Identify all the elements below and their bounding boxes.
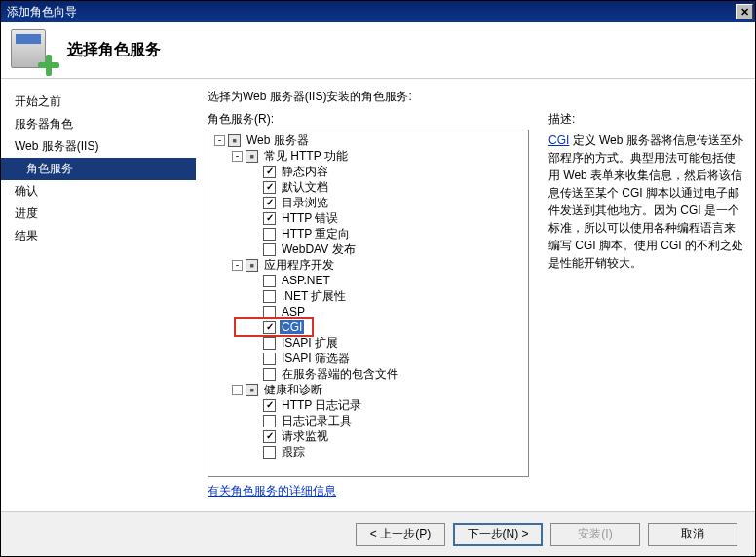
tree-node[interactable]: ISAPI 扩展 bbox=[210, 335, 526, 351]
tree-node[interactable]: HTTP 日志记录 bbox=[210, 397, 526, 413]
tree-node[interactable]: -常见 HTTP 功能 bbox=[210, 148, 526, 164]
sidebar-step[interactable]: 进度 bbox=[1, 203, 196, 225]
tree-node[interactable]: 请求监视 bbox=[210, 428, 526, 444]
tree-node-label[interactable]: 常见 HTTP 功能 bbox=[262, 148, 350, 165]
titlebar: 添加角色向导 ✕ bbox=[1, 1, 755, 22]
wizard-header: 选择角色服务 bbox=[1, 22, 755, 79]
tree-checkbox[interactable] bbox=[263, 446, 276, 459]
tree-checkbox[interactable] bbox=[263, 197, 276, 209]
tree-node-label[interactable]: 请求监视 bbox=[280, 428, 330, 445]
sidebar-step[interactable]: 开始之前 bbox=[1, 91, 196, 113]
collapse-icon[interactable]: - bbox=[232, 151, 243, 162]
instruction-text: 选择为Web 服务器(IIS)安装的角色服务: bbox=[208, 89, 743, 105]
tree-checkbox[interactable] bbox=[263, 290, 276, 303]
tree-checkbox[interactable] bbox=[246, 259, 258, 272]
tree-node[interactable]: 日志记录工具 bbox=[210, 413, 526, 428]
sidebar-step[interactable]: 角色服务 bbox=[1, 158, 196, 180]
tree-node-label[interactable]: HTTP 错误 bbox=[280, 210, 340, 227]
more-info-link[interactable]: 有关角色服务的详细信息 bbox=[208, 484, 336, 498]
tree-node-label[interactable]: ISAPI 扩展 bbox=[280, 335, 340, 352]
next-button[interactable]: 下一步(N) > bbox=[453, 523, 543, 546]
tree-node-label[interactable]: HTTP 日志记录 bbox=[280, 397, 363, 414]
description-body: CGI 定义 Web 服务器将信息传送至外部程序的方式。典型用法可能包括使用 W… bbox=[548, 131, 743, 272]
tree-node[interactable]: 静态内容 bbox=[210, 164, 526, 179]
tree-node[interactable]: -应用程序开发 bbox=[210, 257, 526, 273]
tree-checkbox[interactable] bbox=[263, 321, 276, 334]
tree-node[interactable]: CGI bbox=[210, 319, 526, 335]
tree-node[interactable]: ISAPI 筛选器 bbox=[210, 351, 526, 366]
collapse-icon[interactable]: - bbox=[232, 385, 243, 395]
tree-node[interactable]: WebDAV 发布 bbox=[210, 241, 526, 257]
tree-node-label[interactable]: WebDAV 发布 bbox=[280, 241, 358, 258]
tree-checkbox[interactable] bbox=[263, 243, 276, 256]
tree-checkbox[interactable] bbox=[228, 134, 241, 147]
tree-node[interactable]: HTTP 错误 bbox=[210, 210, 526, 226]
tree-node-label[interactable]: 默认文档 bbox=[280, 179, 330, 196]
tree-node-label[interactable]: .NET 扩展性 bbox=[280, 288, 348, 305]
window-title: 添加角色向导 bbox=[7, 4, 736, 20]
sidebar-step[interactable]: 结果 bbox=[1, 225, 196, 247]
tree-node-label[interactable]: 静态内容 bbox=[280, 164, 330, 180]
tree-node-label[interactable]: ISAPI 筛选器 bbox=[280, 351, 352, 367]
tree-checkbox[interactable] bbox=[263, 212, 276, 225]
sidebar-step[interactable]: 确认 bbox=[1, 180, 196, 203]
cancel-button[interactable]: 取消 bbox=[648, 523, 737, 546]
server-role-icon bbox=[11, 27, 57, 74]
tree-checkbox[interactable] bbox=[263, 166, 276, 178]
tree-node-label[interactable]: 跟踪 bbox=[280, 444, 307, 461]
content-columns: 角色服务(R): -Web 服务器-常见 HTTP 功能静态内容默认文档目录浏览… bbox=[208, 111, 743, 505]
wizard-footer: < 上一步(P) 下一步(N) > 安装(I) 取消 bbox=[1, 511, 755, 556]
sidebar-step[interactable]: Web 服务器(IIS) bbox=[1, 135, 196, 158]
tree-node[interactable]: ASP.NET bbox=[210, 273, 526, 288]
tree-checkbox[interactable] bbox=[263, 306, 276, 318]
tree-checkbox[interactable] bbox=[263, 228, 276, 241]
description-label: 描述: bbox=[548, 111, 743, 128]
close-button[interactable]: ✕ bbox=[736, 4, 753, 19]
tree-node[interactable]: ASP bbox=[210, 304, 526, 319]
tree-node-label[interactable]: Web 服务器 bbox=[245, 132, 311, 149]
steps-sidebar: 开始之前服务器角色Web 服务器(IIS)角色服务确认进度结果 bbox=[1, 79, 196, 511]
tree-node-label[interactable]: 健康和诊断 bbox=[262, 382, 324, 398]
tree-checkbox[interactable] bbox=[263, 368, 276, 381]
install-button[interactable]: 安装(I) bbox=[550, 523, 640, 546]
tree-node-label[interactable]: HTTP 重定向 bbox=[280, 226, 352, 242]
tree-checkbox[interactable] bbox=[263, 181, 276, 194]
page-title: 选择角色服务 bbox=[67, 40, 161, 60]
sidebar-step[interactable]: 服务器角色 bbox=[1, 113, 196, 135]
tree-node[interactable]: 默认文档 bbox=[210, 179, 526, 195]
tree-node-label[interactable]: 在服务器端的包含文件 bbox=[280, 366, 400, 383]
tree-node-label[interactable]: CGI bbox=[280, 320, 304, 334]
tree-node[interactable]: -Web 服务器 bbox=[210, 132, 526, 148]
tree-node-label[interactable]: 日志记录工具 bbox=[280, 413, 354, 429]
tree-node-label[interactable]: ASP bbox=[280, 305, 307, 318]
tree-checkbox[interactable] bbox=[246, 150, 258, 163]
tree-checkbox[interactable] bbox=[263, 275, 276, 287]
tree-node[interactable]: -健康和诊断 bbox=[210, 382, 526, 397]
tree-checkbox[interactable] bbox=[263, 337, 276, 350]
tree-checkbox[interactable] bbox=[263, 353, 276, 365]
description-link[interactable]: CGI bbox=[548, 133, 569, 147]
tree-label: 角色服务(R): bbox=[208, 111, 529, 128]
tree-node[interactable]: 跟踪 bbox=[210, 444, 526, 460]
collapse-icon[interactable]: - bbox=[214, 135, 225, 146]
wizard-body: 开始之前服务器角色Web 服务器(IIS)角色服务确认进度结果 选择为Web 服… bbox=[1, 79, 755, 511]
tree-node[interactable]: HTTP 重定向 bbox=[210, 226, 526, 241]
tree-node-label[interactable]: 目录浏览 bbox=[280, 195, 330, 211]
tree-checkbox[interactable] bbox=[246, 384, 258, 396]
tree-node[interactable]: 在服务器端的包含文件 bbox=[210, 366, 526, 382]
main-pane: 选择为Web 服务器(IIS)安装的角色服务: 角色服务(R): -Web 服务… bbox=[196, 79, 755, 511]
tree-checkbox[interactable] bbox=[263, 415, 276, 427]
prev-button[interactable]: < 上一步(P) bbox=[356, 523, 445, 546]
tree-column: 角色服务(R): -Web 服务器-常见 HTTP 功能静态内容默认文档目录浏览… bbox=[208, 111, 529, 505]
tree-checkbox[interactable] bbox=[263, 430, 276, 443]
tree-node-label[interactable]: ASP.NET bbox=[280, 274, 332, 287]
tree-checkbox[interactable] bbox=[263, 399, 276, 412]
more-info-row: 有关角色服务的详细信息 bbox=[208, 477, 529, 505]
description-column: 描述: CGI 定义 Web 服务器将信息传送至外部程序的方式。典型用法可能包括… bbox=[548, 111, 743, 505]
collapse-icon[interactable]: - bbox=[232, 260, 243, 271]
tree-node[interactable]: 目录浏览 bbox=[210, 195, 526, 210]
role-services-tree[interactable]: -Web 服务器-常见 HTTP 功能静态内容默认文档目录浏览HTTP 错误HT… bbox=[208, 130, 529, 477]
tree-node[interactable]: .NET 扩展性 bbox=[210, 288, 526, 304]
tree-node-label[interactable]: 应用程序开发 bbox=[262, 257, 336, 274]
wizard-window: 添加角色向导 ✕ 选择角色服务 开始之前服务器角色Web 服务器(IIS)角色服… bbox=[0, 0, 756, 557]
